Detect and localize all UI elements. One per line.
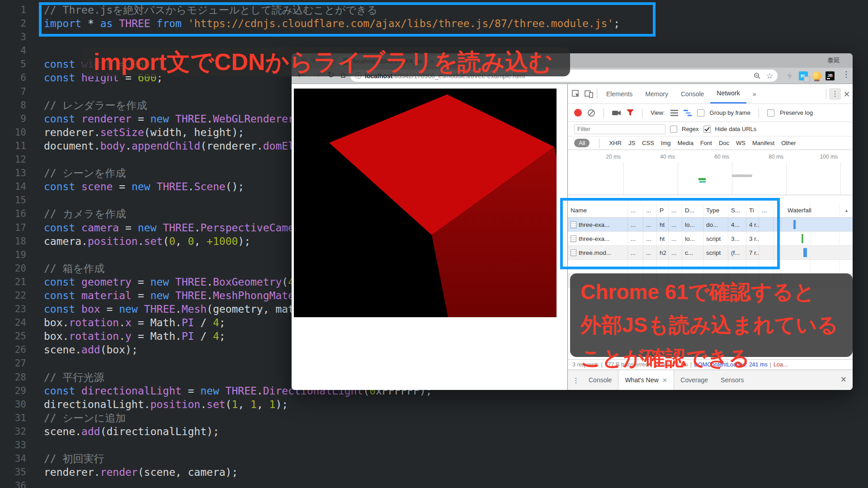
line-number: 34	[0, 452, 26, 465]
ruler-gridline	[840, 162, 841, 195]
devtools-tab-elements[interactable]: Elements	[600, 84, 639, 103]
drawer-tab-close-icon[interactable]: ×	[662, 376, 668, 384]
inspect-element-icon[interactable]	[571, 89, 580, 99]
line-number: 7	[0, 85, 26, 99]
line-number: 2	[0, 17, 26, 30]
zoom-icon[interactable]	[754, 72, 761, 80]
devtools-tab-console[interactable]: Console	[675, 84, 710, 103]
red-cube	[294, 89, 557, 317]
resource-filter-js[interactable]: JS	[628, 140, 635, 146]
group-by-frame-checkbox[interactable]	[697, 109, 704, 117]
ruler-label: 60 ms	[700, 154, 729, 160]
preserve-log-checkbox[interactable]	[767, 109, 774, 117]
line-number: 21	[0, 275, 26, 289]
filter-input[interactable]	[574, 124, 665, 134]
regex-label: Regex	[682, 126, 699, 132]
line-number: 1	[0, 3, 26, 17]
line-number: 35	[0, 465, 26, 479]
resource-filter-ws[interactable]: WS	[736, 140, 745, 146]
code-line: renderer.render(scene, camera);	[44, 465, 620, 479]
ruler-label: 80 ms	[755, 154, 783, 160]
threejs-canvas[interactable]	[294, 89, 557, 317]
line-number: 18	[0, 235, 26, 248]
line-number: 25	[0, 329, 26, 343]
resource-filter-all[interactable]: All	[574, 139, 590, 147]
device-toolbar-icon[interactable]	[584, 89, 594, 99]
resource-filter-manifest[interactable]: Manifest	[752, 140, 774, 146]
overview-activity-bar-green	[698, 178, 706, 180]
resource-filter-xhr[interactable]: XHR	[609, 140, 621, 146]
filter-row: Regex Hide data URLs	[568, 122, 853, 136]
capture-screenshots-icon[interactable]	[612, 110, 621, 116]
group-by-frame-label: Group by frame	[710, 109, 750, 116]
jetbrains-extension-icon[interactable]: JB	[826, 71, 835, 80]
resource-filter-font[interactable]: Font	[700, 140, 712, 146]
waterfall-header[interactable]: Waterfall	[788, 207, 811, 214]
annotation-top-text: import文でCDNからライブラリを読み込む	[94, 48, 553, 75]
line-number: 12	[0, 153, 26, 166]
line-number: 36	[0, 479, 26, 488]
ruler-label: 20 ms	[592, 154, 621, 160]
lightning-extension-icon[interactable]	[785, 71, 794, 80]
ruler-label: 100 ms	[809, 154, 838, 160]
line-number: 6	[0, 71, 26, 84]
hide-data-urls-checkbox[interactable]	[703, 126, 711, 133]
bookmark-star-icon[interactable]: ☆	[766, 71, 773, 80]
line-number: 10	[0, 126, 26, 139]
devtools-menu-icon[interactable]: ⋮	[829, 88, 841, 100]
annotation-bottom-text: Chrome 61で確認すると 外部JSも読み込まれている ことが確認できる	[580, 276, 838, 375]
line-number: 9	[0, 112, 26, 126]
line-number: 26	[0, 343, 26, 357]
resource-filter-img[interactable]: Img	[661, 140, 671, 146]
sort-arrow-icon[interactable]: ▲	[844, 208, 849, 213]
code-line: directionalLight.position.set(1, 1, 1);	[44, 398, 620, 411]
annotation-top-box: import文でCDNからライブラリを読み込む	[82, 47, 570, 76]
line-number: 4	[0, 44, 26, 57]
line-number-gutter: 1234567891011121314151617181920212223242…	[0, 3, 26, 488]
line-number: 22	[0, 289, 26, 302]
line-number: 19	[0, 248, 26, 262]
drawer-close-icon[interactable]: ×	[840, 375, 847, 384]
ruler-gridline	[678, 162, 678, 195]
devtools-tab-bar: ElementsMemoryConsoleNetwork » ⋮ ×	[568, 84, 853, 104]
chrome-menu-icon[interactable]: ⋮	[842, 70, 850, 79]
line-number: 27	[0, 357, 26, 370]
line-number: 31	[0, 411, 26, 425]
filter-funnel-icon[interactable]	[627, 109, 634, 116]
line-number: 3	[0, 30, 26, 44]
devtools-tab-network[interactable]: Network	[710, 84, 746, 103]
record-button[interactable]	[574, 109, 582, 117]
chrome-profile-name[interactable]: 泰延	[827, 56, 840, 65]
line-number: 30	[0, 398, 26, 411]
bl-extension-icon[interactable]: BL	[799, 71, 808, 80]
line-number: 8	[0, 99, 26, 112]
code-line: // 初回実行	[44, 452, 620, 465]
overview-activity-bar-teal	[699, 181, 706, 183]
clear-icon[interactable]	[587, 109, 595, 117]
regex-checkbox[interactable]	[670, 126, 677, 133]
line-number: 5	[0, 57, 26, 71]
lamp-extension-icon[interactable]	[812, 71, 821, 80]
network-toolbar: View: Group by frame Preserve log	[568, 104, 853, 122]
timeline-view-icon[interactable]	[684, 110, 692, 116]
highlight-box-import	[39, 2, 656, 37]
resource-filter-doc[interactable]: Doc	[719, 140, 729, 146]
drawer-menu-icon[interactable]: ⋮	[572, 376, 580, 385]
ruler-gridline	[732, 162, 732, 195]
code-line	[44, 479, 620, 488]
timeline-overview[interactable]: 20 ms40 ms60 ms80 ms100 ms	[568, 150, 853, 195]
code-line	[44, 438, 620, 452]
devtools-tab-memory[interactable]: Memory	[639, 84, 675, 103]
overview-scroll-pill	[731, 174, 752, 177]
more-tabs-icon[interactable]: »	[746, 84, 763, 103]
resource-filter-css[interactable]: CSS	[642, 140, 654, 146]
highlight-box-requests	[560, 198, 780, 269]
line-number: 15	[0, 193, 26, 207]
devtools-close-icon[interactable]: ×	[841, 89, 853, 99]
request-rows-view-icon[interactable]	[670, 110, 678, 116]
line-number: 23	[0, 302, 26, 316]
ruler-gridline	[623, 162, 624, 195]
resource-filter-other[interactable]: Other	[781, 140, 796, 146]
resource-filter-media[interactable]: Media	[677, 140, 693, 146]
line-number: 11	[0, 139, 26, 153]
